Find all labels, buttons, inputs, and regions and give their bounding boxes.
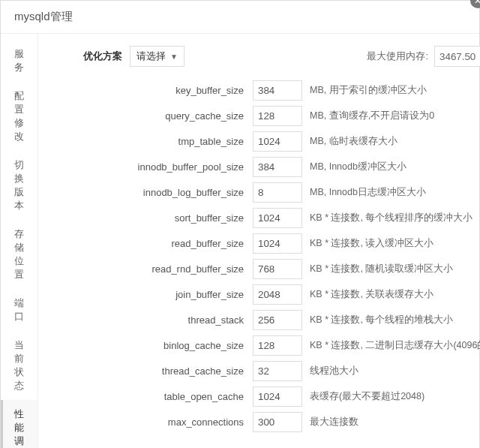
max-mem-label: 最大使用内存:	[367, 50, 428, 63]
sidebar-item-2[interactable]: 切换版本	[1, 151, 38, 220]
max-mem-input[interactable]	[434, 46, 480, 67]
param-key: read_rnd_buffer_size	[38, 263, 253, 275]
param-row: join_buffer_sizeKB * 连接数, 关联表缓存大小	[38, 284, 480, 305]
param-key: key_buffer_size	[38, 85, 253, 96]
scheme-label: 优化方案	[83, 50, 122, 63]
param-input[interactable]	[253, 182, 302, 203]
param-row: innodb_log_buffer_sizeMB, Innodb日志缓冲区大小	[38, 182, 480, 203]
sidebar-item-3[interactable]: 存储位置	[1, 220, 38, 289]
param-row: read_buffer_sizeKB * 连接数, 读入缓冲区大小	[38, 233, 480, 254]
sidebar-item-5[interactable]: 当前状态	[1, 331, 38, 400]
param-input[interactable]	[253, 259, 302, 279]
param-row: tmp_table_sizeMB, 临时表缓存大小	[38, 131, 480, 152]
param-input[interactable]	[253, 157, 302, 177]
param-desc: KB * 连接数, 每个线程排序的缓冲大小	[310, 212, 472, 224]
param-input[interactable]	[253, 386, 302, 407]
param-input[interactable]	[253, 208, 302, 228]
param-key: tmp_table_size	[38, 136, 253, 147]
param-row: read_rnd_buffer_sizeKB * 连接数, 随机读取缓冲区大小	[38, 259, 480, 279]
param-input[interactable]	[253, 284, 302, 305]
param-desc: 最大连接数	[310, 416, 358, 428]
param-input[interactable]	[253, 310, 302, 330]
param-row: max_connections最大连接数	[38, 412, 480, 432]
param-row: thread_cache_size线程池大小	[38, 361, 480, 381]
param-desc: MB, 查询缓存,不开启请设为0	[310, 110, 434, 122]
param-input[interactable]	[253, 335, 302, 356]
param-desc: MB, Innodb日志缓冲区大小	[310, 186, 426, 199]
sidebar: 服务配置修改切换版本存储位置端口当前状态性能调整日志	[1, 34, 38, 448]
param-key: read_buffer_size	[38, 238, 253, 249]
param-input[interactable]	[253, 412, 302, 432]
param-key: innodb_log_buffer_size	[38, 187, 253, 198]
param-key: join_buffer_size	[38, 289, 253, 300]
param-row: query_cache_sizeMB, 查询缓存,不开启请设为0	[38, 106, 480, 126]
param-row: innodb_buffer_pool_sizeMB, Innodb缓冲区大小	[38, 157, 480, 177]
sidebar-item-6[interactable]: 性能调整	[1, 400, 38, 448]
param-key: table_open_cache	[38, 391, 253, 402]
param-input[interactable]	[253, 233, 302, 254]
param-row: table_open_cache表缓存(最大不要超过2048)	[38, 386, 480, 407]
param-desc: 表缓存(最大不要超过2048)	[310, 390, 424, 403]
param-desc: KB * 连接数, 随机读取缓冲区大小	[310, 263, 453, 275]
param-row: sort_buffer_sizeKB * 连接数, 每个线程排序的缓冲大小	[38, 208, 480, 228]
param-input[interactable]	[253, 361, 302, 381]
param-key: sort_buffer_size	[38, 212, 253, 224]
param-desc: KB * 连接数, 关联表缓存大小	[310, 288, 434, 301]
modal-title: mysqld管理	[1, 1, 479, 34]
param-key: binlog_cache_size	[38, 340, 253, 351]
param-key: thread_cache_size	[38, 365, 253, 377]
param-desc: KB * 连接数, 读入缓冲区大小	[310, 237, 434, 250]
param-desc: KB * 连接数, 二进制日志缓存大小(4096的倍数)	[310, 339, 480, 352]
sidebar-item-0[interactable]: 服务	[1, 40, 38, 82]
param-desc: MB, Innodb缓冲区大小	[310, 161, 406, 173]
param-key: thread_stack	[38, 314, 253, 326]
param-row: key_buffer_sizeMB, 用于索引的缓冲区大小	[38, 80, 480, 101]
param-input[interactable]	[253, 106, 302, 126]
param-row: binlog_cache_sizeKB * 连接数, 二进制日志缓存大小(409…	[38, 335, 480, 356]
sidebar-item-1[interactable]: 配置修改	[1, 82, 38, 151]
param-desc: MB, 用于索引的缓冲区大小	[310, 84, 427, 97]
param-key: query_cache_size	[38, 110, 253, 122]
chevron-down-icon: ▼	[170, 53, 178, 61]
param-input[interactable]	[253, 131, 302, 152]
scheme-select[interactable]: 请选择 ▼	[130, 46, 184, 67]
param-desc: 线程池大小	[310, 365, 358, 377]
param-key: max_connections	[38, 416, 253, 428]
param-key: innodb_buffer_pool_size	[38, 161, 253, 173]
scheme-value: 请选择	[136, 50, 166, 63]
param-input[interactable]	[253, 80, 302, 101]
param-row: thread_stackKB * 连接数, 每个线程的堆栈大小	[38, 310, 480, 330]
param-desc: MB, 临时表缓存大小	[310, 135, 398, 148]
param-desc: KB * 连接数, 每个线程的堆栈大小	[310, 314, 453, 326]
sidebar-item-4[interactable]: 端口	[1, 289, 38, 331]
